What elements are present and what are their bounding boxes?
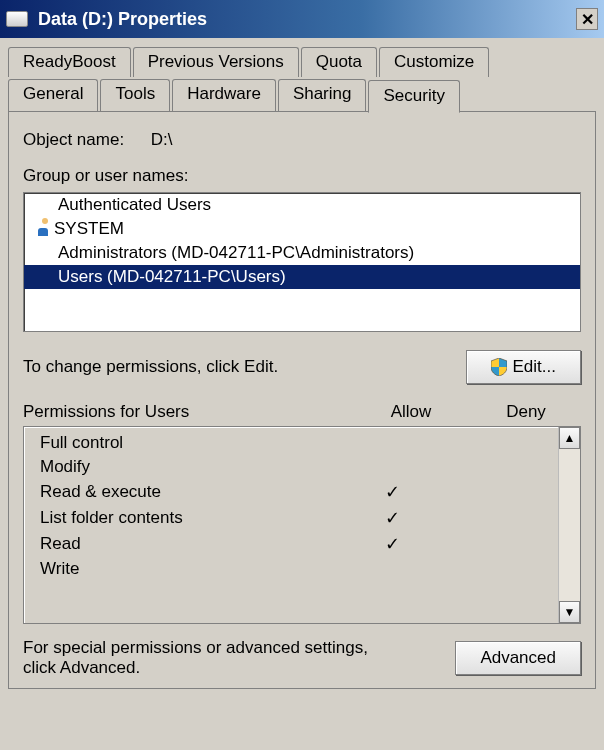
scroll-up-button[interactable]: ▲ <box>559 427 580 449</box>
tab-customize[interactable]: Customize <box>379 47 489 77</box>
scrollbar[interactable]: ▲ ▼ <box>558 427 580 623</box>
permission-name: Read & execute <box>40 482 332 502</box>
advanced-button[interactable]: Advanced <box>455 641 581 675</box>
users-icon <box>30 197 52 213</box>
list-item-label: Users (MD-042711-PC\Users) <box>58 267 286 287</box>
drive-icon <box>6 11 28 27</box>
list-item[interactable]: Administrators (MD-042711-PC\Administrat… <box>24 241 580 265</box>
scroll-down-button[interactable]: ▼ <box>559 601 580 623</box>
edit-note: To change permissions, click Edit. <box>23 357 278 377</box>
users-icon <box>30 269 52 285</box>
permission-row: Read✓ <box>24 531 558 557</box>
users-icon <box>30 245 52 261</box>
permission-name: List folder contents <box>40 508 332 528</box>
tab-sharing[interactable]: Sharing <box>278 79 367 112</box>
list-item[interactable]: Authenticated Users <box>24 193 580 217</box>
permission-allow: ✓ <box>332 481 452 503</box>
shield-icon <box>491 358 507 376</box>
user-icon <box>30 221 48 237</box>
permission-name: Modify <box>40 457 332 477</box>
list-item-label: SYSTEM <box>54 219 124 239</box>
tab-security[interactable]: Security <box>368 80 459 113</box>
security-panel: Object name: D:\ Group or user names: Au… <box>8 111 596 689</box>
permissions-listbox: Full controlModifyRead & execute✓List fo… <box>23 426 581 624</box>
object-name-row: Object name: D:\ <box>23 130 581 150</box>
window-title: Data (D:) Properties <box>38 9 207 30</box>
tab-hardware[interactable]: Hardware <box>172 79 276 112</box>
advanced-button-label: Advanced <box>480 648 556 668</box>
permissions-header: Permissions for Users Allow Deny <box>23 402 581 422</box>
tab-tools[interactable]: Tools <box>100 79 170 112</box>
permission-row: Read & execute✓ <box>24 479 558 505</box>
titlebar: Data (D:) Properties ✕ <box>0 0 604 38</box>
col-deny: Deny <box>471 402 581 422</box>
list-item[interactable]: Users (MD-042711-PC\Users) <box>24 265 580 289</box>
permission-name: Write <box>40 559 332 579</box>
permissions-title: Permissions for Users <box>23 402 351 422</box>
tab-general[interactable]: General <box>8 79 98 112</box>
permission-name: Full control <box>40 433 332 453</box>
permission-row: List folder contents✓ <box>24 505 558 531</box>
permission-row: Modify <box>24 455 558 479</box>
tab-readyboost[interactable]: ReadyBoost <box>8 47 131 77</box>
permission-allow: ✓ <box>332 533 452 555</box>
list-item[interactable]: SYSTEM <box>24 217 580 241</box>
advanced-note: For special permissions or advanced sett… <box>23 638 403 678</box>
permission-row: Full control <box>24 431 558 455</box>
permission-row: Write <box>24 557 558 581</box>
list-item-label: Authenticated Users <box>58 195 211 215</box>
edit-button-label: Edit... <box>513 357 556 377</box>
tab-quota[interactable]: Quota <box>301 47 377 77</box>
object-name-value: D:\ <box>151 130 173 149</box>
object-name-label: Object name: <box>23 130 124 149</box>
tab-previous-versions[interactable]: Previous Versions <box>133 47 299 77</box>
tabstrip: ReadyBoostPrevious VersionsQuotaCustomiz… <box>8 46 596 111</box>
edit-button[interactable]: Edit... <box>466 350 581 384</box>
list-item-label: Administrators (MD-042711-PC\Administrat… <box>58 243 414 263</box>
col-allow: Allow <box>351 402 471 422</box>
permission-allow: ✓ <box>332 507 452 529</box>
group-users-label: Group or user names: <box>23 166 581 186</box>
group-users-listbox[interactable]: Authenticated UsersSYSTEMAdministrators … <box>23 192 581 332</box>
permission-name: Read <box>40 534 332 554</box>
close-button[interactable]: ✕ <box>576 8 598 30</box>
